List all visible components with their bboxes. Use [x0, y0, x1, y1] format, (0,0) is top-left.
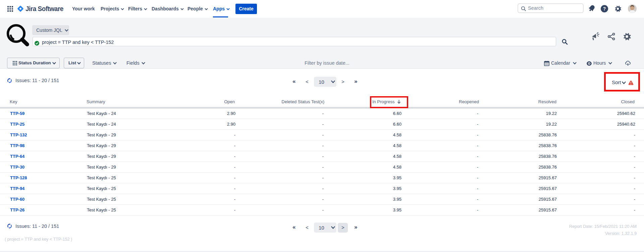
svg-text:?: ? — [603, 6, 606, 11]
